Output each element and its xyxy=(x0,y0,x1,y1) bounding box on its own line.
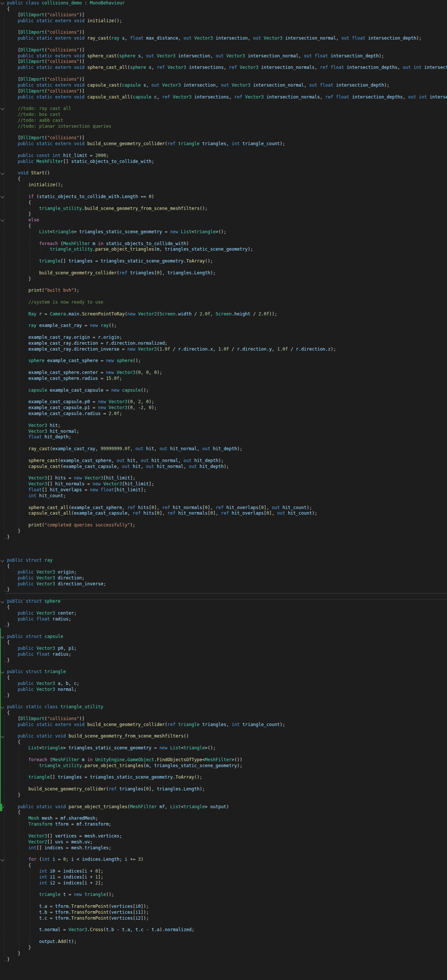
code-line[interactable]: int i0 = indices[i + 0]; xyxy=(0,869,447,875)
code-line[interactable]: public Vector3 p0, p1; xyxy=(0,646,447,652)
code-line[interactable]: example_cast_capsule.p1 = new Vector3(0,… xyxy=(0,405,447,411)
code-line[interactable]: [DllImport("collisions")] xyxy=(0,48,447,53)
code-line[interactable]: else xyxy=(0,217,447,223)
code-line[interactable]: Vector3 hit; xyxy=(0,423,447,429)
code-line[interactable]: { xyxy=(0,863,447,869)
code-line[interactable] xyxy=(0,751,447,757)
code-line[interactable] xyxy=(0,798,447,804)
code-line[interactable]: public static extern void ray_cast(ray s… xyxy=(0,35,447,41)
code-line[interactable]: public Vector3 direction; xyxy=(0,575,447,581)
code-line[interactable]: example_cast_sphere.center = new Vector3… xyxy=(0,370,447,376)
code-editor[interactable]: public class collisions_demo : MonoBehav… xyxy=(0,0,447,980)
code-line[interactable]: { xyxy=(0,563,447,570)
code-line[interactable]: example_cast_ray.origin = r.origin; xyxy=(0,335,447,340)
code-line[interactable]: ray example_cast_ray = new ray(); xyxy=(0,323,447,329)
code-line[interactable]: public Vector3 a, b, c; xyxy=(0,681,447,687)
code-line[interactable] xyxy=(0,188,447,194)
code-line[interactable] xyxy=(0,264,447,270)
code-line[interactable]: //todo: box cast xyxy=(0,112,447,118)
code-line[interactable]: example_cast_capsule.p0 = new Vector3(0,… xyxy=(0,399,447,405)
code-line[interactable]: public static extern void initialize(); xyxy=(0,18,447,24)
code-line[interactable]: public const int hit_limit = 2000; xyxy=(0,153,447,159)
code-line[interactable] xyxy=(0,540,447,546)
code-line[interactable]: int i2 = indices[i + 2]; xyxy=(0,880,447,886)
code-line[interactable]: public Vector3 direction_inverse; xyxy=(0,581,447,587)
code-line[interactable] xyxy=(0,452,447,458)
code-line[interactable]: } xyxy=(0,212,447,217)
code-line[interactable]: { xyxy=(0,176,447,182)
code-line[interactable] xyxy=(0,130,447,135)
code-line[interactable] xyxy=(0,728,447,734)
code-line[interactable]: build_scene_geometry_collider(ref triang… xyxy=(0,786,447,792)
code-line[interactable]: int hit_count; xyxy=(0,493,447,499)
code-line[interactable] xyxy=(0,517,447,522)
code-line[interactable]: public static extern void capsule_cast(c… xyxy=(0,83,447,89)
code-line[interactable] xyxy=(0,100,447,106)
code-line[interactable]: List<triangle> triangles_static_scene_ge… xyxy=(0,229,447,235)
code-line[interactable] xyxy=(0,546,447,552)
code-line[interactable]: for (int i = 0; i < indices.Length; i +=… xyxy=(0,857,447,863)
code-line[interactable] xyxy=(0,147,447,153)
code-line[interactable] xyxy=(0,593,447,599)
code-line[interactable]: { xyxy=(0,223,447,229)
code-line[interactable]: } xyxy=(0,657,447,663)
code-line[interactable] xyxy=(0,663,447,669)
code-line[interactable]: { xyxy=(0,675,447,681)
code-line[interactable]: public static extern void sphere_cast(sp… xyxy=(0,53,447,59)
code-line[interactable] xyxy=(0,352,447,358)
code-line[interactable]: public static extern void build_scene_ge… xyxy=(0,722,447,728)
code-line[interactable]: [DllImport("collisions")] xyxy=(0,12,447,18)
code-line[interactable]: foreach (MeshFilter m in static_objects_… xyxy=(0,241,447,247)
code-line[interactable]: public float radius; xyxy=(0,652,447,657)
code-line[interactable]: sphere example_cast_sphere = new sphere(… xyxy=(0,358,447,364)
code-line[interactable]: triangle_utility.parse_object_triangles(… xyxy=(0,763,447,769)
code-line[interactable]: example_cast_ray.direction_inverse = new… xyxy=(0,347,447,352)
code-line[interactable]: capsule_cast_all(example_cast_capsule, r… xyxy=(0,511,447,517)
code-line[interactable]: [DllImport("collisions")] xyxy=(0,716,447,722)
code-line[interactable] xyxy=(0,628,447,634)
code-line[interactable]: public struct capsule xyxy=(0,634,447,640)
code-line[interactable] xyxy=(0,780,447,786)
code-line[interactable]: //todo: aabb cast xyxy=(0,118,447,124)
code-line[interactable] xyxy=(0,769,447,775)
code-line[interactable]: triangle[] triangles = triangles_static_… xyxy=(0,258,447,264)
code-line[interactable]: Vector2[] uvs = mesh.uv; xyxy=(0,839,447,845)
code-line[interactable]: { xyxy=(0,710,447,716)
code-line[interactable]: example_cast_capsule.radius = 2.0f; xyxy=(0,411,447,417)
code-line[interactable] xyxy=(0,294,447,299)
code-line[interactable]: t.b = tform.TransformPoint(vertices[i1])… xyxy=(0,910,447,916)
code-line[interactable] xyxy=(0,552,447,558)
code-line[interactable]: capsule example_cast_capsule = new capsu… xyxy=(0,388,447,393)
code-line[interactable]: { xyxy=(0,739,447,745)
code-line[interactable] xyxy=(0,827,447,834)
code-line[interactable]: t.a = tform.TransformPoint(vertices[i0])… xyxy=(0,904,447,910)
code-line[interactable]: { xyxy=(0,810,447,816)
code-line[interactable]: triangle_utility.build_scene_geometry_fr… xyxy=(0,206,447,212)
code-line[interactable] xyxy=(0,71,447,76)
code-line[interactable]: triangle[] triangles = triangles_static_… xyxy=(0,775,447,780)
code-line[interactable] xyxy=(0,499,447,505)
code-line[interactable]: public struct triangle xyxy=(0,669,447,675)
code-line[interactable]: public struct ray xyxy=(0,558,447,563)
code-line[interactable]: [DllImport("collisions")] xyxy=(0,89,447,94)
code-line[interactable]: } xyxy=(0,792,447,798)
code-line[interactable]: [DllImport("collisions")] xyxy=(0,30,447,35)
code-line[interactable]: { xyxy=(0,200,447,206)
code-line[interactable]: //todo: planar intersection queries xyxy=(0,124,447,130)
code-line[interactable]: int[] indices = mesh.triangles; xyxy=(0,845,447,851)
code-line[interactable] xyxy=(0,235,447,241)
code-line[interactable]: ray_cast(example_cast_ray, 99999999.0f, … xyxy=(0,446,447,452)
code-line[interactable]: public Vector3 center; xyxy=(0,611,447,616)
code-line[interactable]: public Vector3 normal; xyxy=(0,687,447,693)
git-added-block-indicator[interactable] xyxy=(0,804,2,811)
code-line[interactable] xyxy=(0,921,447,927)
code-line[interactable]: } xyxy=(0,622,447,628)
code-line[interactable]: print("completed queries successfully"); xyxy=(0,522,447,528)
code-line[interactable] xyxy=(0,851,447,857)
code-line[interactable] xyxy=(0,305,447,311)
code-line[interactable]: int i1 = indices[i + 1]; xyxy=(0,875,447,880)
code-line[interactable]: public Vector3 origin; xyxy=(0,570,447,575)
code-line[interactable] xyxy=(0,382,447,388)
code-line[interactable]: [DllImport("collisions")] xyxy=(0,59,447,65)
code-line[interactable]: Transform tform = mf.transform; xyxy=(0,821,447,827)
